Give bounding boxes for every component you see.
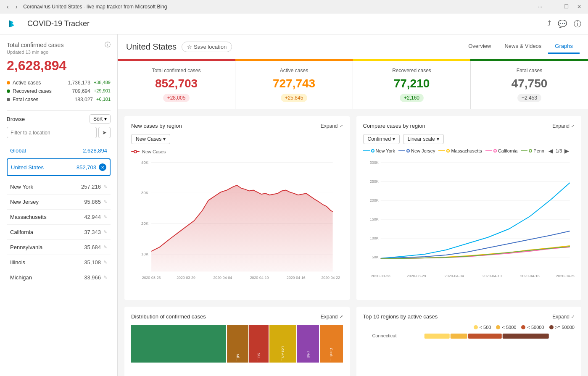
location-item-newyork[interactable]: New York 257,216 ✎ — [7, 179, 111, 195]
ca-legend-icon — [485, 150, 492, 151]
bottom-charts: Distribution of confirmed cases Expand ⤢… — [118, 307, 588, 376]
location-list: Global 2,628,894 United States 852,703 ✕… — [7, 143, 111, 285]
svg-text:300K: 300K — [369, 160, 378, 165]
nj-dot-icon — [406, 149, 410, 153]
dist-bar-2: Mi... — [227, 325, 249, 363]
distribution-bars: Mi... Su... Los An... Phil... Cook ... — [131, 325, 343, 363]
browse-row: Browse Sort ▾ — [7, 114, 111, 124]
gte50000-dot-icon — [549, 325, 554, 329]
edit-icon: ✎ — [103, 260, 107, 265]
svg-rect-33 — [450, 334, 467, 339]
active-dot-icon — [7, 81, 10, 84]
appbar: COVID-19 Tracker ⤴ 💬 ⓘ — [0, 13, 588, 34]
ca-dot-icon — [493, 149, 497, 153]
penn-dot-icon — [529, 149, 532, 153]
content-location: United States — [126, 42, 177, 52]
filter-input[interactable] — [7, 127, 97, 138]
location-item-global[interactable]: Global 2,628,894 — [7, 143, 111, 158]
expand-compare-button[interactable]: Expand ⤢ — [552, 123, 575, 129]
top10-chart-panel: Top 10 regions by active cases Expand ⤢ … — [356, 307, 582, 376]
svg-text:2020-03-23: 2020-03-23 — [142, 276, 161, 280]
restore-button[interactable]: ❐ — [562, 3, 571, 11]
save-location-button[interactable]: ☆ Save location — [182, 42, 232, 52]
top10-title: Top 10 regions by active cases — [363, 313, 438, 320]
tab-overview[interactable]: Overview — [461, 39, 498, 54]
browse-label: Browse — [7, 116, 25, 122]
compare-title: Compare cases by region — [363, 123, 425, 129]
new-cases-dropdown[interactable]: New Cases ▾ — [131, 134, 170, 144]
active-value: 727,743 — [244, 77, 344, 90]
location-item-massachusetts[interactable]: Massachusetts 42,944 ✎ — [7, 210, 111, 225]
active-badge: +25,845 — [281, 94, 308, 102]
confirmed-dropdown[interactable]: Confirmed ▾ — [363, 134, 400, 144]
tab-graphs[interactable]: Graphs — [548, 39, 580, 54]
filter-row: ➤ — [7, 127, 111, 138]
location-item-us[interactable]: United States 852,703 ✕ — [7, 158, 111, 176]
recovered-count: 709,694 — [72, 88, 90, 94]
lt5000-dot-icon — [496, 325, 500, 329]
sort-button[interactable]: Sort ▾ — [90, 114, 111, 124]
prev-legend-button[interactable]: ◀ — [548, 147, 554, 154]
content-header: United States ☆ Save location Overview N… — [118, 34, 588, 59]
confirmed-value: 852,703 — [126, 77, 227, 90]
location-item-newjersey[interactable]: New Jersey 95,865 ✎ — [7, 195, 111, 210]
chevron-down-icon: ▾ — [104, 116, 107, 122]
legend-nav: ◀ 1/3 ▶ — [548, 147, 570, 154]
location-item-michigan[interactable]: Michigan 33,966 ✎ — [7, 270, 111, 285]
compare-legend: New York New Jersey Massachusetts — [363, 147, 575, 154]
expand-top10-button[interactable]: Expand ⤢ — [552, 314, 575, 320]
more-button[interactable]: ··· — [535, 3, 545, 11]
recovered-cases-stat: Recovered cases 709,694 +29,901 — [7, 87, 111, 95]
fatal-label: Fatal cases — [13, 97, 38, 103]
tab-news[interactable]: News & Videos — [498, 39, 548, 54]
next-legend-button[interactable]: ▶ — [564, 147, 570, 154]
svg-text:250K: 250K — [369, 179, 378, 184]
svg-text:200K: 200K — [369, 198, 378, 202]
sidebar-total-title: Total confirmed cases ⓘ — [7, 41, 111, 49]
minimize-button[interactable]: — — [548, 3, 558, 11]
edit-icon: ✎ — [103, 245, 107, 250]
chart-controls: New Cases ▾ — [131, 134, 343, 144]
location-item-pennsylvania[interactable]: Pennsylvania 35,684 ✎ — [7, 240, 111, 255]
nj-legend-icon — [398, 150, 405, 151]
legend-line-icon — [131, 151, 140, 152]
scale-dropdown[interactable]: Linear scale ▾ — [403, 134, 444, 144]
active-count: 1,736,173 — [68, 80, 90, 86]
page-title: Coronavirus United States - live map tra… — [23, 4, 167, 10]
chevron-down-icon: ▾ — [437, 136, 439, 142]
edit-icon: ✎ — [103, 199, 107, 205]
fatal-count: 183,027 — [75, 97, 93, 103]
expand-new-cases-button[interactable]: Expand ⤢ — [321, 123, 343, 129]
svg-text:2020-04-04: 2020-04-04 — [444, 274, 464, 278]
divider — [7, 110, 111, 111]
charts-section: New cases by region Expand ⤢ New Cases ▾ — [118, 109, 588, 307]
svg-rect-35 — [502, 334, 548, 339]
back-button[interactable]: ‹ — [4, 3, 11, 11]
close-button[interactable]: ✕ — [575, 3, 584, 11]
location-item-illinois[interactable]: Illinois 35,108 ✎ — [7, 255, 111, 270]
sidebar-stats: Active cases 1,736,173 +38,489 Recovered… — [7, 79, 111, 104]
svg-text:40K: 40K — [141, 160, 149, 165]
dist-bar-3: Su... — [249, 325, 268, 363]
recovered-change: +29,901 — [94, 88, 111, 94]
svg-text:2020-04-04: 2020-04-04 — [214, 276, 232, 280]
feedback-button[interactable]: 💬 — [558, 19, 567, 29]
expand-distribution-button[interactable]: Expand ⤢ — [321, 314, 343, 320]
titlebar-left: ‹ › Coronavirus United States - live map… — [4, 3, 167, 11]
distribution-title: Distribution of confirmed cases — [131, 313, 206, 320]
lt500-dot-icon — [474, 325, 478, 329]
edit-icon: ✎ — [103, 229, 107, 235]
content-nav: Overview News & Videos Graphs — [461, 39, 580, 54]
connecticut-bar-svg — [400, 333, 575, 339]
forward-button[interactable]: › — [13, 3, 20, 11]
share-button[interactable]: ⤴ — [547, 19, 551, 29]
chevron-down-icon: ▾ — [393, 136, 395, 142]
location-button[interactable]: ➤ — [98, 127, 111, 138]
titlebar-nav: ‹ › — [4, 3, 20, 11]
svg-text:30K: 30K — [141, 190, 149, 195]
svg-text:10K: 10K — [141, 252, 149, 256]
svg-text:2020-03-23: 2020-03-23 — [371, 274, 390, 278]
location-item-california[interactable]: California 37,343 ✎ — [7, 225, 111, 240]
info-button[interactable]: ⓘ — [574, 19, 581, 29]
fatal-cases-stat: Fatal cases 183,027 +6,101 — [7, 95, 111, 104]
